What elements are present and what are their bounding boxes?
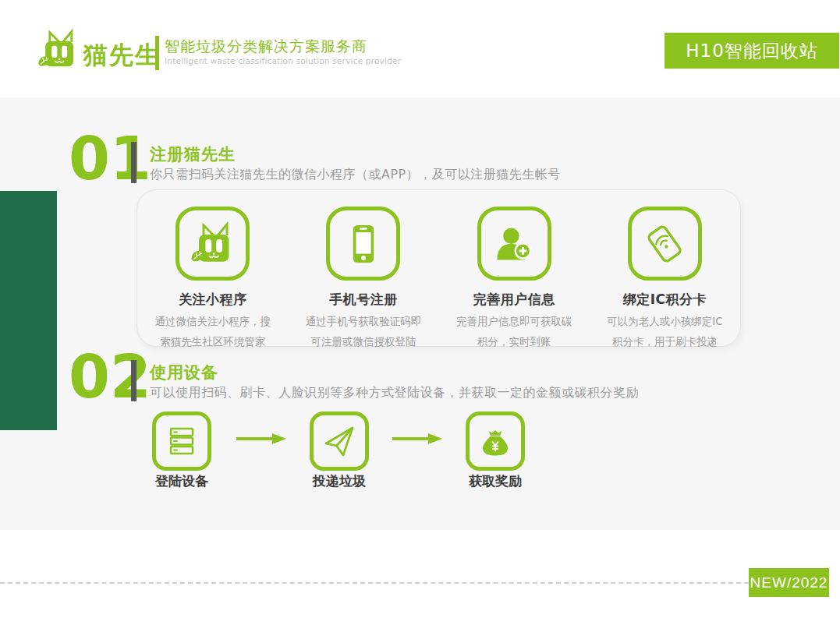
section-02-title: 使用设备 — [150, 362, 218, 383]
section-02-number: 02 — [69, 348, 151, 407]
accent-block — [0, 191, 57, 430]
card-follow-miniprogram: 关注小程序 通过微信关注小程序，搜 索猫先生社区环境管家 — [137, 207, 288, 346]
tagline-english: Intelligent waste classification solutio… — [165, 56, 401, 65]
card-description: 可以为老人或小孩绑定IC 积分卡，用于刷卡投递 — [590, 311, 740, 351]
card-title: 完善用户信息 — [439, 291, 590, 309]
step-label: 投递垃圾 — [310, 472, 369, 490]
section-01-bar — [131, 142, 136, 183]
cat-logo-icon — [37, 28, 80, 72]
logo-divider — [155, 36, 159, 70]
dashed-divider — [0, 582, 749, 584]
arrow-icon — [236, 433, 286, 445]
card-phone-register: 手机号注册 通过手机号获取验证码即 可注册或微信授权登陆 — [288, 207, 438, 346]
card-title: 绑定IC积分卡 — [590, 291, 740, 309]
card-title: 手机号注册 — [288, 291, 438, 309]
main-panel: 01 注册猫先生 你只需扫码关注猫先生的微信小程序（或APP），及可以注册猫先生… — [0, 97, 840, 530]
section-02-bar — [131, 360, 136, 401]
card-complete-profile: 完善用户信息 完善用户信息即可获取碳 积分，实时到账 — [439, 207, 590, 346]
cat-miniprogram-icon — [175, 207, 250, 281]
arrow-icon — [392, 433, 442, 445]
step-label: 获取奖励 — [466, 472, 525, 490]
paper-plane-icon — [310, 411, 369, 471]
card-bind-ic-card: 绑定IC积分卡 可以为老人或小孩绑定IC 积分卡，用于刷卡投递 — [590, 207, 740, 346]
card-description: 通过微信关注小程序，搜 索猫先生社区环境管家 — [137, 311, 288, 351]
card-description: 完善用户信息即可获取碳 积分，实时到账 — [439, 311, 590, 351]
ic-card-icon — [628, 207, 702, 281]
step-label: 登陆设备 — [152, 472, 211, 490]
section-02-subtitle: 可以使用扫码、刷卡、人脸识别等多种方式登陆设备，并获取一定的金额或碳积分奖励 — [150, 385, 639, 401]
register-steps-panel: 关注小程序 通过微信关注小程序，搜 索猫先生社区环境管家 手机号注册 — [136, 189, 741, 347]
reward-bag-icon — [466, 411, 525, 471]
footer: NEW/2022 — [0, 530, 840, 618]
tagline-chinese: 智能垃圾分类解决方案服务商 — [165, 37, 367, 57]
logo-text: 猫先生 — [83, 39, 161, 72]
new-year-badge: NEW/2022 — [749, 568, 829, 597]
page: 猫先生 智能垃圾分类解决方案服务商 Intelligent waste clas… — [0, 0, 840, 618]
card-description: 通过手机号获取验证码即 可注册或微信授权登陆 — [288, 311, 438, 351]
device-login-icon — [152, 411, 211, 471]
section-01-subtitle: 你只需扫码关注猫先生的微信小程序（或APP），及可以注册猫先生帐号 — [150, 167, 561, 183]
section-01-number: 01 — [69, 129, 151, 189]
product-badge: H10智能回收站 — [665, 33, 839, 69]
header: 猫先生 智能垃圾分类解决方案服务商 Intelligent waste clas… — [0, 0, 840, 97]
phone-icon — [326, 207, 400, 281]
add-user-icon — [477, 207, 551, 281]
section-01-title: 注册猫先生 — [150, 143, 236, 165]
card-title: 关注小程序 — [137, 291, 288, 309]
